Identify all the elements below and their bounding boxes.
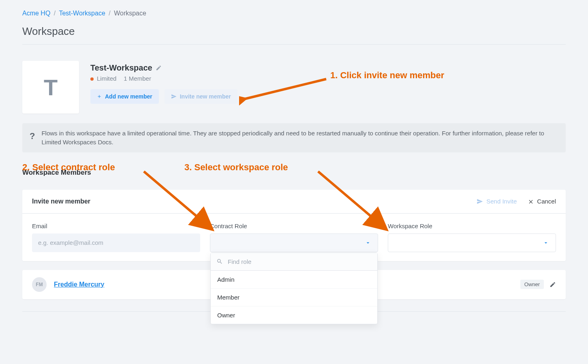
role-option-owner[interactable]: Owner: [211, 306, 377, 324]
workspace-role-label: Workspace Role: [388, 223, 556, 229]
paper-plane-icon: [477, 198, 483, 205]
info-banner-text: Flows in this workspace have a limited o…: [41, 129, 558, 147]
role-badge: Owner: [520, 280, 544, 289]
breadcrumb-org[interactable]: Acme HQ: [22, 10, 50, 17]
invite-new-member-button[interactable]: Invite new member: [165, 89, 237, 104]
question-icon: ?: [30, 130, 35, 143]
breadcrumb-current: Workspace: [114, 10, 146, 17]
invite-panel: Invite new member Send Invite Cancel: [22, 190, 566, 261]
workspace-role-select[interactable]: [388, 233, 556, 252]
add-new-member-button[interactable]: Add new member: [90, 89, 159, 104]
email-label: Email: [32, 223, 200, 229]
workspace-name: Test-Workspace: [90, 63, 152, 73]
pencil-icon[interactable]: [550, 281, 556, 288]
contract-role-dropdown: Admin Member Owner: [210, 253, 378, 324]
chevron-down-icon: [543, 240, 549, 246]
members-section-title: Workspace Members: [22, 169, 566, 177]
workspace-status: Limited: [97, 75, 116, 82]
role-option-admin[interactable]: Admin: [211, 271, 377, 288]
info-banner: ? Flows in this workspace have a limited…: [22, 123, 566, 152]
paper-plane-icon: [171, 94, 177, 99]
pencil-icon[interactable]: [156, 65, 162, 71]
page-title: Workspace: [22, 25, 566, 38]
search-icon: [216, 258, 223, 265]
breadcrumb: Acme HQ / Test-Workspace / Workspace: [22, 10, 566, 17]
status-dot-icon: [90, 77, 94, 81]
cancel-button[interactable]: Cancel: [528, 198, 556, 205]
send-invite-button[interactable]: Send Invite: [477, 198, 517, 205]
workspace-tile: T: [22, 61, 79, 113]
chevron-down-icon: [365, 240, 371, 246]
workspace-member-count: 1 Member: [124, 75, 151, 82]
plus-icon: [97, 94, 102, 99]
member-name-link[interactable]: Freddie Mercury: [54, 281, 104, 288]
find-role-input[interactable]: [227, 258, 372, 266]
role-option-member[interactable]: Member: [211, 288, 377, 306]
breadcrumb-workspace[interactable]: Test-Workspace: [59, 10, 105, 17]
contract-role-label: Contract Role: [210, 223, 378, 229]
avatar: FM: [32, 277, 47, 292]
contract-role-select[interactable]: Admin Member Owner: [210, 233, 378, 252]
workspace-tile-letter: T: [44, 74, 58, 101]
close-icon: [528, 199, 534, 204]
invite-panel-title: Invite new member: [32, 198, 90, 205]
email-field[interactable]: [32, 233, 200, 252]
